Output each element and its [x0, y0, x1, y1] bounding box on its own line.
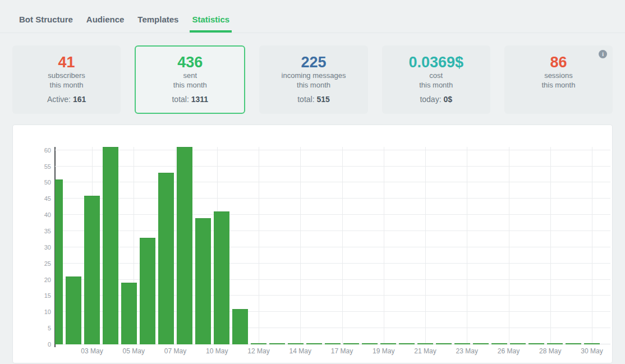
info-icon[interactable]: i	[599, 50, 607, 58]
tab-templates[interactable]: Templates	[135, 15, 181, 33]
chart-bar-08-may	[177, 147, 192, 344]
x-axis-tick-label: 26 May	[498, 347, 520, 355]
stat-value-incoming-messages: 225	[259, 54, 367, 71]
y-axis-tick-label: 60	[33, 147, 51, 154]
chart-bar-20-may	[399, 343, 415, 344]
x-axis-tick-label: 05 May	[123, 347, 145, 355]
stat-label-sent: sent	[136, 71, 244, 80]
gridline-horizontal	[55, 279, 610, 280]
tab-bot-structure[interactable]: Bot Structure	[17, 15, 75, 33]
stat-value-sent: 436	[136, 54, 244, 71]
chart-bar-12-may	[251, 343, 266, 344]
stat-footer-label: total:	[172, 95, 189, 104]
x-axis-tick-label: 10 May	[206, 347, 228, 355]
chart-bar-22-may	[436, 343, 452, 344]
gridline-horizontal	[55, 214, 610, 215]
gridline-horizontal	[55, 231, 610, 231]
gridline-horizontal	[55, 263, 610, 264]
gridline-horizontal	[55, 295, 610, 296]
chart-bar-10-may	[214, 211, 229, 344]
stat-footer-value: 161	[73, 95, 86, 104]
chart-bar-01-may	[55, 179, 63, 344]
y-axis-tick-label: 0	[33, 341, 51, 348]
gridline-vertical	[592, 147, 592, 344]
gridline-vertical	[259, 147, 259, 344]
chart-bar-28-may	[547, 343, 563, 344]
chart-bar-05-may	[121, 283, 137, 344]
gridline-vertical	[342, 147, 343, 344]
y-axis-tick-label: 10	[33, 308, 51, 315]
chart-bar-23-may	[454, 343, 470, 344]
stat-card-cost[interactable]: 0.0369$costthis monthtoday: 0$	[382, 45, 490, 114]
tab-audience[interactable]: Audience	[84, 15, 127, 33]
chart-bar-25-may	[491, 343, 507, 344]
gridline-horizontal	[55, 182, 610, 182]
stat-cards-row: 41subscribersthis monthActive: 161436sen…	[12, 45, 613, 114]
gridline-vertical	[509, 147, 509, 344]
chart-bar-14-may	[288, 343, 304, 344]
stat-footer-value: 515	[316, 95, 329, 104]
gridline-horizontal	[55, 328, 610, 328]
chart-bar-21-may	[417, 343, 433, 344]
stat-label-sent: this month	[136, 80, 244, 90]
chart-bar-03-may	[84, 196, 100, 344]
stat-value-cost: 0.0369$	[382, 54, 490, 71]
stat-label-sessions: sessions	[504, 71, 613, 80]
gridline-horizontal	[55, 311, 610, 312]
tab-bar: Bot StructureAudienceTemplatesStatistics	[0, 0, 625, 33]
x-axis-tick-label: 30 May	[581, 347, 603, 355]
chart-bar-29-may	[566, 343, 581, 344]
x-axis-tick-label: 03 May	[81, 347, 103, 355]
gridline-vertical	[550, 147, 551, 344]
stat-footer-sent: total: 1311	[136, 95, 244, 104]
y-axis-tick-label: 25	[33, 260, 51, 267]
stat-footer-incoming-messages: total: 515	[259, 95, 367, 104]
gridline-vertical	[467, 147, 467, 344]
chart-bar-13-may	[269, 343, 285, 344]
stat-value-subscribers: 41	[12, 54, 121, 71]
chart-bar-09-may	[195, 218, 211, 344]
stat-card-incoming-messages[interactable]: 225incoming messagesthis monthtotal: 515	[259, 45, 367, 114]
gridline-vertical	[176, 147, 176, 344]
stat-label-subscribers: subscribers	[12, 71, 121, 80]
gridline-horizontal	[55, 198, 610, 199]
chart-plot-area	[55, 147, 610, 344]
chart-bar-19-may	[380, 343, 396, 344]
x-axis-tick-label: 21 May	[414, 347, 436, 355]
stat-label-incoming-messages: incoming messages	[259, 71, 367, 80]
y-axis-tick-label: 45	[33, 195, 51, 202]
y-axis-tick-label: 55	[33, 163, 51, 170]
x-axis-tick-label: 28 May	[539, 347, 561, 355]
tab-statistics[interactable]: Statistics	[190, 15, 232, 33]
chart-bar-04-may	[103, 147, 118, 344]
stat-label-cost: cost	[382, 71, 490, 80]
chart-bar-06-may	[140, 238, 155, 344]
x-axis-tick-label: 19 May	[373, 347, 394, 355]
chart-card: 051015202530354045505560 03 May05 May07 …	[12, 125, 613, 363]
stat-footer-label: today:	[420, 95, 441, 104]
gridline-vertical	[384, 147, 384, 344]
gridline-vertical	[425, 147, 426, 344]
x-axis-tick-label: 23 May	[456, 347, 478, 355]
y-axis-tick-label: 30	[33, 244, 51, 251]
chart-bar-18-may	[362, 343, 378, 344]
gridline-horizontal	[55, 166, 610, 167]
x-axis-tick-label: 07 May	[164, 347, 186, 355]
stat-footer-value: 0$	[443, 95, 452, 104]
stat-footer-value: 1311	[191, 95, 208, 104]
y-axis-tick-label: 15	[33, 292, 51, 299]
chart-bar-07-may	[158, 173, 174, 344]
x-axis-tick-label: 17 May	[331, 347, 353, 355]
stat-label-incoming-messages: this month	[259, 80, 367, 90]
stat-card-sent[interactable]: 436sentthis monthtotal: 1311	[135, 45, 245, 114]
stat-value-sessions: 86	[504, 54, 613, 71]
stat-footer-label: total:	[297, 95, 314, 104]
y-axis-tick-label: 35	[33, 228, 51, 234]
stat-card-subscribers[interactable]: 41subscribersthis monthActive: 161	[12, 45, 121, 114]
gridline-vertical	[300, 147, 301, 344]
stat-card-sessions[interactable]: 86sessionsthis monthi	[504, 45, 613, 114]
stat-label-sessions: this month	[504, 80, 613, 90]
chart-bar-17-may	[343, 343, 359, 344]
stat-label-subscribers: this month	[12, 80, 121, 90]
chart-bar-24-may	[473, 343, 489, 344]
